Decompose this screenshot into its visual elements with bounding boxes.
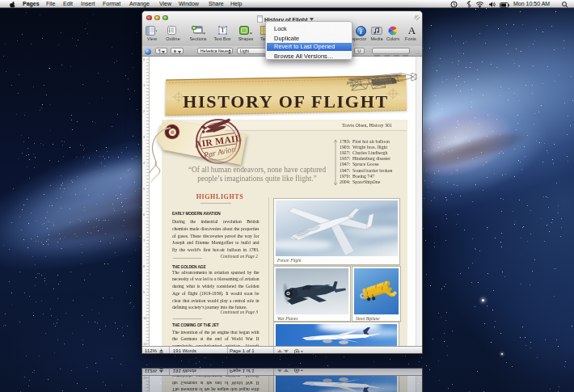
svg-text:T: T <box>221 26 226 34</box>
